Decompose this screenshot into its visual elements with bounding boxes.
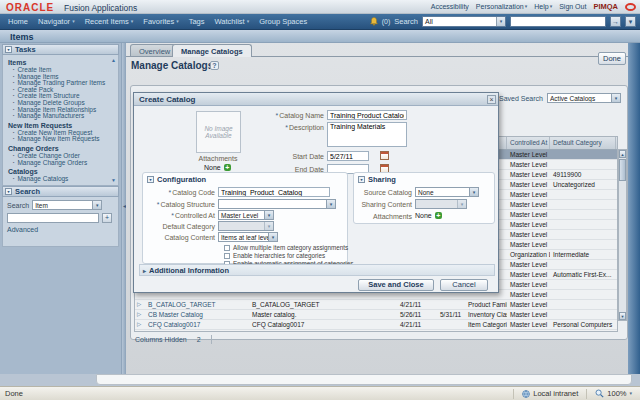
search-scope-select[interactable]: All ▾	[422, 16, 506, 27]
link-sign-out[interactable]: Sign Out	[559, 3, 586, 10]
nav-item-recent-items[interactable]: Recent Items▾	[85, 17, 134, 26]
chevron-down-icon[interactable]: ▾	[92, 201, 101, 209]
table-row[interactable]: ▷CFQ Catalog0017CFQ Catalog00174/21/11It…	[135, 320, 617, 330]
expand-icon[interactable]: ▸	[143, 267, 146, 274]
add-attachment-icon[interactable]: +	[224, 164, 231, 171]
global-search-input[interactable]	[510, 16, 606, 27]
dialog-title-bar[interactable]: Create Catalog ×	[134, 93, 498, 106]
chevron-down-icon[interactable]: ▾	[629, 391, 632, 396]
link-personalization[interactable]: Personalization▾	[476, 3, 527, 10]
collapse-icon[interactable]: ▾	[358, 176, 365, 183]
catalog-code-input[interactable]	[218, 187, 330, 197]
end-date	[437, 300, 465, 309]
catalog-name-input[interactable]	[327, 110, 407, 120]
done-button[interactable]: Done	[598, 52, 626, 65]
table-row[interactable]: ▷B_CATALOG_TARGETB_CATALOG_TARGET4/21/11…	[135, 300, 617, 310]
catalog-structure-select[interactable]: ▾	[218, 199, 336, 209]
alert-count[interactable]: (0)	[382, 18, 391, 25]
scroll-up-button[interactable]: ▲	[619, 150, 626, 158]
collapse-icon[interactable]: ▾	[5, 188, 12, 195]
checkbox-allow-multiple-item-category-assignments[interactable]	[224, 245, 230, 251]
tasks-header-label: Tasks	[15, 45, 36, 54]
chevron-down-icon[interactable]: ▾	[264, 211, 273, 219]
chevron-down-icon: ▾	[131, 19, 134, 24]
search-panel-header[interactable]: ▾ Search	[2, 186, 119, 197]
advanced-search-link[interactable]: Advanced	[7, 226, 114, 233]
chevron-down-icon[interactable]: ▾	[469, 188, 478, 196]
add-search-button[interactable]: +	[102, 213, 112, 223]
task-link-manage-new-item-requests[interactable]: Manage New Item Requests	[17, 136, 99, 143]
scroll-down-icon[interactable]: ▼	[111, 177, 116, 183]
calendar-icon[interactable]	[380, 151, 389, 160]
chevron-down-icon[interactable]: ▾	[268, 233, 277, 241]
nav-item-tags[interactable]: Tags	[189, 17, 205, 26]
default-category	[550, 160, 616, 169]
header-default-category[interactable]: Default Category	[550, 137, 616, 149]
search-options-button[interactable]: ▾	[625, 16, 636, 27]
default-category	[550, 190, 616, 199]
collapse-icon[interactable]: ▾	[5, 46, 12, 53]
scroll-up-icon[interactable]: ▲	[111, 57, 116, 63]
default-category: Automatic First-Ex...	[550, 270, 616, 279]
zoom-control[interactable]: 100% ▾	[586, 389, 640, 399]
notifications-bell-icon[interactable]	[370, 17, 378, 26]
tab-manage-catalogs[interactable]: Manage Catalogs	[172, 44, 252, 57]
controlled-at-select[interactable]: Master Level ▾	[218, 210, 274, 220]
task-link-manage-manufacturers[interactable]: Manage Manufacturers	[17, 113, 84, 120]
table-footer: Columns Hidden 2	[135, 335, 212, 344]
link-help[interactable]: Help▾	[534, 3, 552, 10]
scrollbar-thumb[interactable]	[619, 159, 626, 181]
nav-item-navigator[interactable]: Navigator▾	[38, 17, 75, 26]
cancel-button[interactable]: Cancel	[440, 279, 488, 291]
expand-icon[interactable]: ▷	[135, 320, 145, 329]
default-category: Personal Computers	[550, 320, 616, 329]
source-catalog-select[interactable]: None ▾	[415, 187, 479, 197]
close-icon[interactable]: ×	[487, 95, 496, 104]
footer-divider	[211, 335, 212, 344]
oracle-ring-icon	[625, 3, 636, 11]
chevron-down-icon[interactable]: ▾	[326, 200, 335, 208]
sharing-content-select: ▾	[415, 199, 467, 209]
default-category-select: ▾	[218, 221, 274, 231]
link-accessibility[interactable]: Accessibility	[431, 3, 469, 10]
sidebar-search-input[interactable]	[7, 213, 99, 223]
nav-item-home[interactable]: Home	[8, 17, 28, 26]
checkbox-enable-hierarchies-for-categories[interactable]	[224, 253, 230, 259]
additional-information-header[interactable]: ▸ Additional Information	[139, 264, 495, 276]
chevron-down-icon[interactable]: ▾	[496, 17, 505, 26]
sharing-header[interactable]: ▾ Sharing	[358, 175, 396, 184]
task-section-items: Items	[8, 59, 110, 66]
sharing-content-label: Sharing Content	[356, 201, 412, 208]
search-scope-select[interactable]: Item ▾	[32, 200, 102, 210]
controlled-at: Master Level	[507, 160, 550, 169]
save-and-close-button[interactable]: Save and Close	[358, 279, 434, 291]
status-text: Done	[0, 389, 513, 398]
search-go-button[interactable]: →	[610, 16, 621, 27]
user-name: PIMQA	[593, 2, 618, 11]
start-date-input[interactable]	[327, 151, 369, 161]
task-link-manage-change-orders[interactable]: Manage Change Orders	[17, 160, 87, 167]
nav-item-favorites[interactable]: Favorites▾	[143, 17, 178, 26]
tasks-panel-header[interactable]: ▾ Tasks	[2, 44, 119, 55]
expand-icon[interactable]: ▷	[135, 310, 145, 319]
collapse-icon[interactable]: ▾	[147, 176, 154, 183]
saved-search-select[interactable]: Active Catalogs ▾	[547, 93, 621, 103]
catalog-content-select[interactable]: Items at leaf level ▾	[218, 232, 278, 242]
description-input[interactable]	[327, 122, 407, 147]
table-row[interactable]: ▷CB Master CatalogMaster catalog.5/26/11…	[135, 310, 617, 320]
default-category	[550, 280, 616, 289]
expand-icon[interactable]: ▷	[135, 300, 145, 309]
scroll-down-button[interactable]: ▼	[619, 312, 626, 320]
header-controlled-at[interactable]: Controlled At	[507, 137, 550, 149]
saved-search-label: Saved Search	[499, 95, 543, 102]
chevron-down-icon: ▾	[247, 19, 250, 24]
configuration-header[interactable]: ▾ Configuration	[147, 175, 206, 184]
help-icon[interactable]: ?	[210, 61, 219, 70]
saved-search-value: Active Catalogs	[548, 95, 611, 102]
nav-item-group-spaces[interactable]: Group Spaces	[259, 17, 307, 26]
add-attachment-icon[interactable]: +	[435, 212, 442, 219]
nav-item-watchlist[interactable]: Watchlist▾	[215, 17, 250, 26]
task-link-manage-catalogs[interactable]: Manage Catalogs	[17, 176, 68, 183]
chevron-down-icon[interactable]: ▾	[611, 94, 620, 102]
table-scrollbar[interactable]: ▲ ▼	[618, 149, 627, 321]
